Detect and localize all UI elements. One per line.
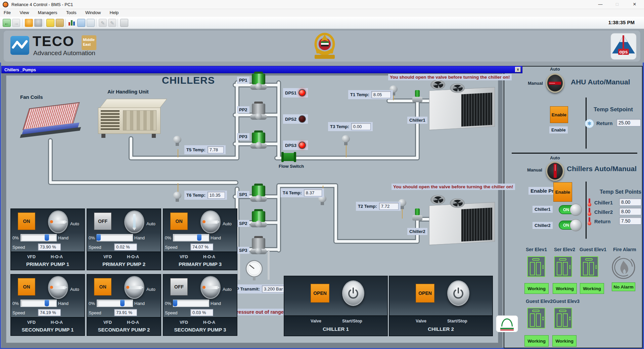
chiller2-toggle[interactable]: ON [559,221,578,230]
chiller1-panel-name: CHILLER 1 [284,326,387,332]
pp1-pump[interactable] [250,72,267,91]
t5-temp-value[interactable]: 7.78 [208,146,224,153]
sp1-hand-label: Hand [58,301,68,306]
guest-elev2-status: Working [524,335,549,347]
setpoint-chiller1-value[interactable]: 8.00 [619,198,641,206]
sp1-speed-slider[interactable] [20,300,57,307]
pp2-slider-thumb[interactable] [96,234,101,241]
setpoint-chiller2-value[interactable]: 8.00 [619,208,641,215]
t6-temp-label: T6 Temp: [186,193,205,198]
chiller2-start-stop-button[interactable] [447,280,469,306]
sp2-power-button[interactable]: ON [94,278,111,296]
sp2-speed-value[interactable]: 73.91 % [114,309,137,316]
sp1-slider-thumb[interactable] [45,300,49,306]
sp2-slider-thumb[interactable] [120,300,125,306]
chiller1-switch-text: Chiller1 [535,207,551,212]
sp2-pump[interactable] [250,209,267,229]
dps1-indicator: DPS1 [283,88,308,98]
chiller1-toggle[interactable]: ON [559,205,578,214]
sp1-power-button[interactable]: ON [18,278,35,296]
chillers-section-title: Chillers Auto/Manual [567,165,637,173]
sp1-hoa-knob[interactable] [48,276,68,299]
pp2-hand-label: Hand [134,235,145,240]
sp3-power-button[interactable]: OFF [170,278,188,296]
chiller1-valve[interactable] [412,90,422,105]
chiller1-toggle-knob[interactable] [570,204,582,216]
ahu-auto-manual-knob[interactable] [546,73,564,93]
chiller1-start-stop-button[interactable] [342,280,364,306]
pp2-label-text: PP2 [239,107,247,112]
pp1-speed-label: Speed [12,245,25,250]
sp2-label-text: SP2 [239,221,247,226]
setpoint-return-value[interactable]: 7.50 [619,217,641,225]
pp2-power-button[interactable]: OFF [94,212,111,230]
thermometer-icon [588,208,591,216]
t4-temp-value[interactable]: 8.37 [304,189,322,196]
pp2-pump[interactable] [250,102,267,121]
pp3-slider-thumb[interactable] [197,234,201,241]
pp1-hoa-knob[interactable] [48,210,68,233]
pp2-hoa-label: H-O-A [127,255,139,259]
pp2-speed-slider[interactable] [97,234,133,241]
sp1-pump[interactable] [250,184,267,203]
dp-transmit-value[interactable]: 3.200 Bar [262,285,285,293]
pp1-label: PP1 [237,77,249,84]
primary-pump3-panel: ON Auto Hand 0% Speed 74.07 % VFD H-O-A … [163,208,237,270]
pp1-speed-slider[interactable] [20,234,57,241]
sp3-hoa-knob[interactable] [200,276,221,299]
sp1-speed-value[interactable]: 74.19 % [38,309,61,316]
chillers-enable-button[interactable]: Enable [553,182,572,202]
guest-elev1-status: Working [580,283,604,294]
pp3-pump[interactable] [250,130,267,150]
setpoint-chiller1-row: Chiller1 8.00 [588,198,591,208]
pp1-slider-thumb[interactable] [45,234,49,241]
pp2-speed-label: Speed [89,245,101,250]
pp3-speed-slider[interactable] [173,234,209,241]
sp1-vfd-label: VFD [27,320,36,325]
t5-temp: T5 Temp: 7.78 [184,145,226,154]
pp3-power-button[interactable]: ON [170,212,188,230]
chiller1-valve-open-button[interactable]: OPEN [311,284,329,303]
t4-temp: T4 Temp: 8.37 [281,188,324,197]
t3-temp-value[interactable]: 0.00 [351,123,371,130]
sp3-speed-value[interactable]: 0.03 % [190,309,213,316]
sp3-slider-thumb[interactable] [173,300,177,306]
chiller2-unit [424,195,497,246]
pp3-speed-value[interactable]: 74.07 % [190,243,213,250]
guest-elev3-label: Guest Elev3 [553,299,580,304]
pp1-speed-value[interactable]: 73.90 % [38,243,61,250]
ser-elev2-label: Ser Elev2 [554,247,575,252]
t1-temp-value[interactable]: 8.05 [371,91,391,98]
t2-temp-value[interactable]: 7.72 [379,203,399,210]
t1-temp: T1 Temp: 8.05 [348,90,393,99]
pp2-min-label: 0% [89,235,95,240]
sp1-label: SP1 [237,191,249,198]
pp3-hoa-label: H-O-A [203,255,215,259]
chiller2-valve[interactable] [412,208,422,223]
fire-alarm-icon [610,254,637,280]
pp3-power-state: ON [176,219,183,224]
sp3-speed-slider[interactable] [173,300,209,307]
dp-transmit: DP Transmit: 3.200 Bar [231,284,287,294]
pp2-speed-value[interactable]: 0.02 % [114,243,137,250]
secondary-pump3-panel: OFF Auto Hand 0% Speed 0.03 % VFD H-O-A … [163,274,237,336]
ahu-enable-button[interactable]: Enable [550,106,568,123]
sp2-hoa-knob[interactable] [124,276,144,299]
chillers-auto-manual-knob[interactable] [546,161,564,181]
pp3-hoa-knob[interactable] [200,210,221,233]
pp1-hand-label: Hand [58,235,68,240]
chiller1-panel: OPEN Valve Start/Stop CHILLER 1 [284,276,388,336]
sp2-speed-slider[interactable] [97,300,133,307]
guest-elev3-status: Working [552,335,577,347]
chiller2-valve-open-button[interactable]: OPEN [416,284,434,303]
page-title: CHILLERS [162,75,215,86]
pp1-power-button[interactable]: ON [18,212,35,230]
pp2-hoa-knob[interactable] [124,210,144,233]
t6-temp-value[interactable]: 10.35 [208,192,225,199]
sp1-min-label: 0% [12,301,19,306]
chiller2-toggle-knob[interactable] [570,219,582,231]
ahu-return-value[interactable]: 25.00 [616,119,641,126]
sp3-pump[interactable] [250,236,267,256]
sp3-label-text: SP3 [239,248,247,253]
guest-elev2-icon: ▲▼ [527,308,545,328]
